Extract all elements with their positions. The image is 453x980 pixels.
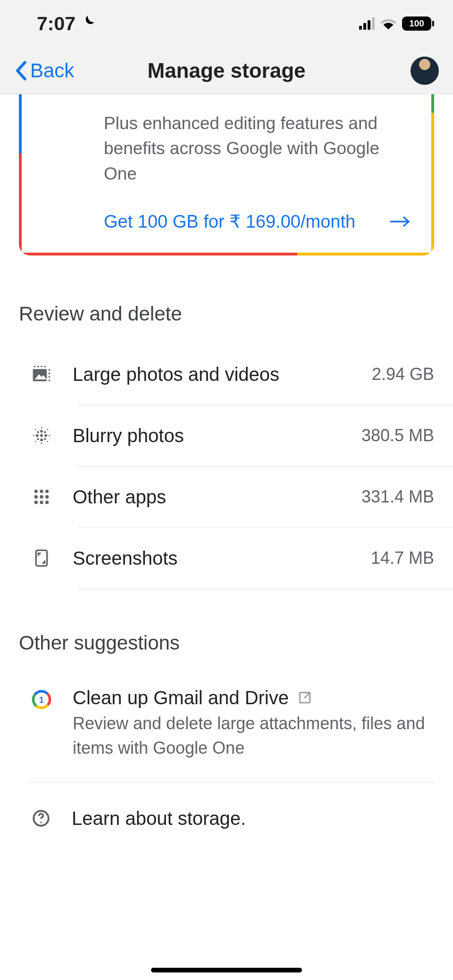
review-item-label: Large photos and videos bbox=[73, 364, 351, 385]
learn-about-storage[interactable]: Learn about storage. bbox=[0, 782, 453, 855]
review-item-size: 380.5 MB bbox=[361, 426, 434, 445]
review-item-large-photos[interactable]: Large photos and videos 2.94 GB bbox=[0, 344, 453, 405]
svg-point-48 bbox=[40, 822, 42, 824]
svg-point-30 bbox=[34, 490, 38, 493]
cellular-signal-icon bbox=[359, 17, 375, 30]
promo-subtext: Plus enhanced editing features and benef… bbox=[104, 111, 411, 187]
svg-point-37 bbox=[40, 501, 43, 504]
svg-point-28 bbox=[35, 441, 36, 443]
svg-point-35 bbox=[45, 495, 49, 498]
review-item-label: Screenshots bbox=[73, 548, 350, 569]
learn-label: Learn about storage. bbox=[72, 808, 434, 829]
svg-point-7 bbox=[49, 376, 50, 378]
review-item-other-apps[interactable]: Other apps 331.4 MB bbox=[0, 467, 453, 527]
review-item-screenshots[interactable]: Screenshots 14.7 MB bbox=[0, 528, 453, 589]
suggestion-subtext: Review and delete large attachments, fil… bbox=[73, 711, 434, 760]
svg-point-22 bbox=[41, 427, 42, 428]
review-item-size: 2.94 GB bbox=[372, 364, 434, 384]
svg-point-6 bbox=[49, 372, 50, 374]
svg-point-8 bbox=[49, 379, 50, 381]
svg-point-13 bbox=[40, 434, 43, 437]
promo-headline: memories secure bbox=[104, 94, 411, 98]
account-avatar[interactable] bbox=[411, 57, 439, 85]
back-button[interactable]: Back bbox=[14, 59, 74, 82]
battery-indicator: 100 bbox=[402, 16, 434, 31]
svg-point-10 bbox=[37, 366, 39, 368]
review-list: Large photos and videos 2.94 GB bbox=[0, 344, 453, 589]
google-one-promo-card[interactable]: memories secure Plus enhanced editing fe… bbox=[19, 94, 434, 255]
review-item-blurry[interactable]: Blurry photos 380.5 MB bbox=[0, 405, 453, 466]
wifi-icon bbox=[380, 17, 396, 30]
external-link-icon bbox=[297, 690, 312, 705]
svg-point-15 bbox=[40, 438, 43, 441]
svg-point-18 bbox=[37, 431, 39, 433]
large-photos-icon bbox=[31, 364, 52, 385]
svg-point-9 bbox=[34, 366, 36, 368]
promo-cta-label: Get 100 GB for ₹ 169.00/month bbox=[104, 211, 355, 232]
review-item-label: Blurry photos bbox=[73, 425, 341, 446]
status-bar: 7:07 100 bbox=[0, 0, 453, 47]
svg-point-23 bbox=[41, 443, 42, 444]
svg-point-14 bbox=[40, 430, 43, 433]
svg-point-29 bbox=[47, 441, 49, 443]
battery-percent: 100 bbox=[409, 18, 424, 29]
apps-grid-icon bbox=[31, 486, 52, 507]
svg-point-5 bbox=[49, 369, 50, 371]
svg-point-32 bbox=[45, 490, 49, 493]
review-item-size: 14.7 MB bbox=[371, 548, 434, 568]
status-time: 7:07 bbox=[37, 13, 76, 35]
svg-point-24 bbox=[33, 435, 34, 436]
help-circle-icon bbox=[31, 808, 51, 828]
svg-point-20 bbox=[37, 438, 39, 440]
arrow-right-icon bbox=[390, 214, 411, 229]
svg-point-21 bbox=[44, 438, 46, 440]
svg-point-12 bbox=[44, 366, 46, 368]
section-other-title: Other suggestions bbox=[0, 589, 453, 668]
content-scroll[interactable]: memories secure Plus enhanced editing fe… bbox=[0, 94, 453, 980]
dnd-moon-icon bbox=[80, 14, 96, 34]
svg-point-16 bbox=[36, 434, 39, 437]
suggestion-cleanup-gmail-drive[interactable]: 1 Clean up Gmail and Drive Review and de… bbox=[0, 668, 453, 776]
nav-bar: Back Manage storage bbox=[0, 47, 453, 94]
svg-point-11 bbox=[41, 366, 42, 368]
svg-point-19 bbox=[44, 431, 46, 433]
section-review-title: Review and delete bbox=[0, 255, 453, 344]
screenshot-icon bbox=[31, 548, 52, 568]
svg-point-38 bbox=[45, 501, 49, 504]
svg-point-36 bbox=[34, 501, 38, 504]
google-one-icon: 1 bbox=[31, 689, 52, 710]
svg-point-34 bbox=[40, 495, 43, 498]
blurry-icon bbox=[31, 425, 52, 446]
status-left: 7:07 bbox=[37, 13, 96, 35]
status-right: 100 bbox=[359, 16, 434, 31]
svg-line-46 bbox=[304, 692, 310, 698]
back-label: Back bbox=[30, 59, 74, 82]
svg-point-25 bbox=[49, 435, 50, 436]
promo-cta-row[interactable]: Get 100 GB for ₹ 169.00/month bbox=[104, 211, 411, 232]
svg-point-27 bbox=[47, 429, 49, 430]
chevron-left-icon bbox=[14, 61, 27, 81]
svg-point-17 bbox=[44, 434, 47, 437]
svg-point-26 bbox=[35, 429, 36, 430]
svg-point-33 bbox=[34, 495, 38, 498]
review-item-label: Other apps bbox=[73, 486, 341, 508]
review-item-size: 331.4 MB bbox=[361, 487, 434, 507]
suggestion-title: Clean up Gmail and Drive bbox=[73, 687, 289, 708]
svg-text:1: 1 bbox=[39, 695, 44, 704]
svg-point-31 bbox=[40, 490, 43, 493]
home-indicator[interactable] bbox=[151, 968, 302, 972]
